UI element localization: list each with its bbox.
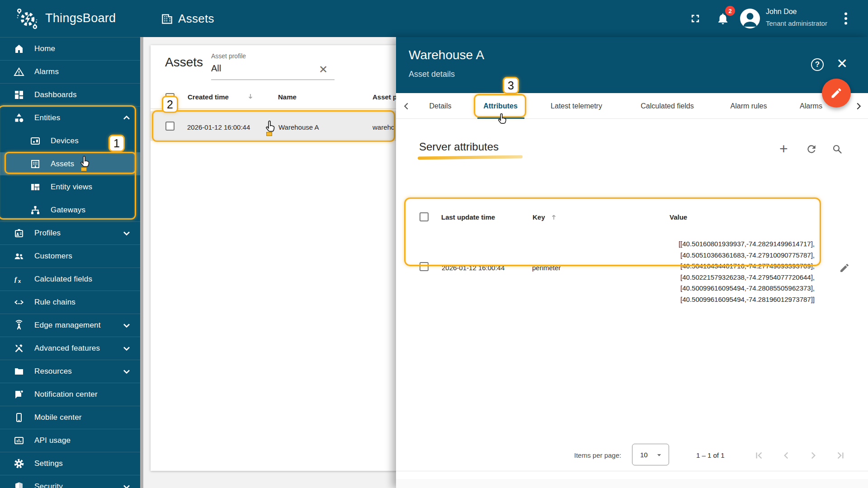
panel-bottom-divider <box>396 471 868 471</box>
asset-details-drawer: Warehouse A Asset details ? ✕ Details At… <box>396 37 868 488</box>
asset-profile-filter-value[interactable]: All <box>211 63 221 74</box>
asset-profile-filter-label: Asset profile <box>211 52 246 60</box>
asset-profile-value: wareho <box>373 123 395 131</box>
select-caret-icon <box>655 450 664 461</box>
advanced-features-icon <box>14 343 24 354</box>
user-name: John Doe <box>766 8 797 16</box>
sidebar-item-customers[interactable]: Customers <box>0 244 140 267</box>
next-page-icon[interactable] <box>807 450 819 463</box>
assets-icon <box>30 159 41 169</box>
tab-alarms[interactable]: Alarms <box>796 93 826 119</box>
sidebar-item-calculated-fields[interactable]: fx Calculated fields <box>0 267 140 291</box>
user-avatar[interactable] <box>740 9 760 28</box>
previous-page-icon[interactable] <box>780 450 792 463</box>
tabs-scroll-right-icon[interactable] <box>852 93 865 119</box>
add-attribute-icon[interactable]: + <box>779 141 788 156</box>
sidebar-item-entities[interactable]: Entities <box>0 106 140 129</box>
sidebar-item-label: Calculated fields <box>34 275 92 284</box>
notification-count-badge: 2 <box>725 6 735 16</box>
rule-chains-icon <box>14 297 24 308</box>
user-role: Tenant administrator <box>766 19 827 27</box>
column-header-created-time[interactable]: Created time <box>188 93 229 101</box>
notification-center-icon <box>14 389 24 400</box>
sidebar-item-notification-center[interactable]: Notification center <box>0 383 140 406</box>
tab-calculated-fields[interactable]: Calculated fields <box>629 93 705 119</box>
drawer-subtitle: Asset details <box>409 70 455 79</box>
edit-asset-fab[interactable] <box>822 79 851 108</box>
drawer-title: Warehouse A <box>409 48 484 62</box>
sidebar-item-assets[interactable]: Assets <box>0 152 140 175</box>
edit-attribute-pencil-icon[interactable] <box>839 263 850 275</box>
sidebar-item-label: Edge management <box>34 321 101 330</box>
customers-icon <box>14 251 24 262</box>
search-icon[interactable] <box>832 144 843 156</box>
attr-value: [[40.50160801939937,-74.28291499614717],… <box>634 239 815 305</box>
sidebar-item-home[interactable]: Home <box>0 37 140 60</box>
tab-details[interactable]: Details <box>424 93 457 119</box>
filter-underline <box>211 80 335 80</box>
table-header-divider <box>151 108 404 109</box>
sidebar-item-edge-management[interactable]: Edge management <box>0 314 140 337</box>
sidebar-item-label: Notification center <box>34 390 98 399</box>
column-header-asset-profile[interactable]: Asset p <box>373 93 397 101</box>
sidebar-item-devices[interactable]: Devices <box>0 129 140 152</box>
close-drawer-icon[interactable]: ✕ <box>836 57 848 70</box>
entities-icon <box>14 113 24 123</box>
sidebar-nav: Home Alarms Dashboards Entities Devices … <box>0 37 140 488</box>
sidebar-item-gateways[interactable]: Gateways <box>0 198 140 221</box>
sidebar-item-label: Home <box>34 44 55 53</box>
sidebar-item-security[interactable]: Security <box>0 475 140 488</box>
sidebar-item-alarms[interactable]: Alarms <box>0 60 140 83</box>
asset-row-checkbox[interactable] <box>165 122 175 131</box>
first-page-icon[interactable] <box>753 450 765 463</box>
sidebar-item-dashboards[interactable]: Dashboards <box>0 83 140 106</box>
sidebar-item-label: Assets <box>51 160 74 169</box>
sort-desc-icon[interactable] <box>246 93 255 103</box>
column-header-value: Value <box>670 213 687 221</box>
column-header-last-update-time[interactable]: Last update time <box>441 213 495 221</box>
sidebar-item-profiles[interactable]: Profiles <box>0 221 140 244</box>
attr-row-checkbox[interactable] <box>420 262 429 271</box>
thingsboard-app: ThingsBoard Assets 2 John Doe Tenant adm… <box>0 0 868 488</box>
app-title[interactable]: ThingsBoard <box>45 11 116 25</box>
sidebar-item-entity-views[interactable]: Entity views <box>0 175 140 198</box>
tabs-scroll-left-icon[interactable] <box>400 93 413 119</box>
column-header-key[interactable]: Key <box>533 213 545 221</box>
clear-filter-icon[interactable]: ✕ <box>319 64 328 75</box>
chevron-down-icon <box>121 320 132 331</box>
sidebar-item-rule-chains[interactable]: Rule chains <box>0 291 140 314</box>
column-header-name[interactable]: Name <box>278 93 297 101</box>
calculated-fields-icon: fx <box>14 274 24 285</box>
page-title-building-icon <box>161 13 173 27</box>
dashboards-icon <box>14 89 24 100</box>
sidebar-item-mobile-center[interactable]: Mobile center <box>0 406 140 429</box>
sidebar-item-api-usage[interactable]: API usage <box>0 429 140 452</box>
sort-asc-icon[interactable] <box>550 213 558 223</box>
kebab-menu-icon[interactable] <box>843 12 849 27</box>
attr-last-update-time: 2026-01-12 16:00:44 <box>442 264 505 272</box>
sidebar-item-resources[interactable]: Resources <box>0 360 140 383</box>
sidebar-item-advanced-features[interactable]: Advanced features <box>0 337 140 360</box>
tab-alarm-rules[interactable]: Alarm rules <box>727 93 770 119</box>
last-page-icon[interactable] <box>835 450 846 463</box>
svg-text:x: x <box>18 278 21 284</box>
chevron-down-icon <box>121 228 132 239</box>
fullscreen-icon[interactable] <box>689 12 702 27</box>
card-title: Assets <box>165 55 203 70</box>
tab-attributes[interactable]: Attributes <box>476 93 525 119</box>
thingsboard-logo-icon[interactable] <box>15 7 39 32</box>
help-icon[interactable]: ? <box>811 58 824 71</box>
select-all-checkbox[interactable] <box>165 93 175 102</box>
annotation-marker-underline <box>418 155 523 160</box>
attributes-panel: Server attributes + Last update time Key… <box>396 119 868 479</box>
sidebar-item-settings[interactable]: Settings <box>0 452 140 475</box>
chevron-up-icon <box>121 113 132 123</box>
sidebar-scrollbar[interactable] <box>140 37 143 488</box>
sidebar-item-label: Settings <box>34 459 63 468</box>
tab-latest-telemetry[interactable]: Latest telemetry <box>539 93 614 119</box>
asset-created-time: 2026-01-12 16:00:44 <box>187 123 250 131</box>
asset-name: Warehouse A <box>278 123 319 131</box>
attr-select-all-checkbox[interactable] <box>420 212 429 221</box>
refresh-icon[interactable] <box>806 143 817 157</box>
pagination-range: 1 – 1 of 1 <box>696 451 725 459</box>
